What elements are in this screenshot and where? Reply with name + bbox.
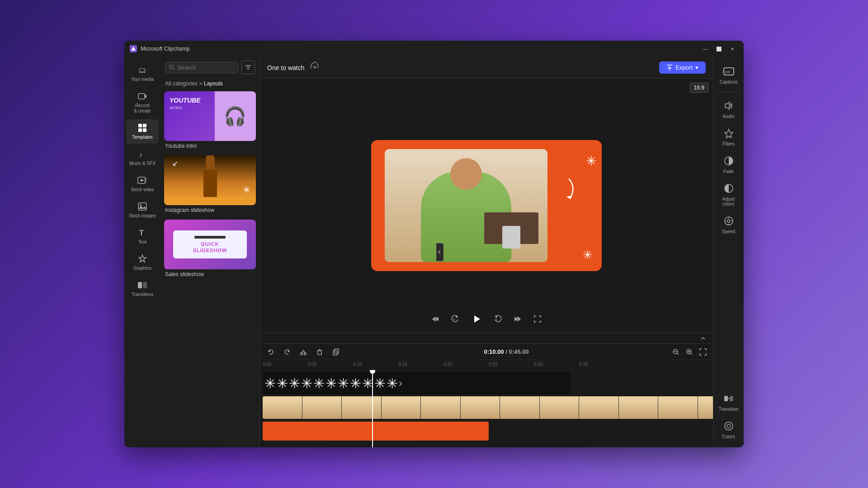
svg-rect-5 [138, 128, 142, 132]
skip-forward-button[interactable] [511, 312, 524, 326]
export-label: Export [675, 64, 693, 71]
svg-rect-4 [143, 124, 146, 127]
person-emoji: 🎧 [224, 106, 246, 127]
export-chevron: ▾ [695, 64, 698, 71]
sidebar-item-graphics[interactable]: Graphics [126, 250, 159, 275]
sidebar-item-stock-images[interactable]: Stock images [126, 198, 159, 222]
svg-line-44 [302, 350, 303, 353]
copy-button[interactable] [330, 346, 342, 358]
sidebar-label-music-sfx: Music & SFX [129, 161, 156, 166]
undo-button[interactable] [264, 346, 277, 358]
svg-marker-28 [432, 317, 435, 321]
cloud-save-icon[interactable] [310, 62, 319, 73]
sidebar-item-your-media[interactable]: 🗂 Your media [126, 61, 159, 86]
youtube-subtitle-text: INTRO [170, 106, 209, 110]
svg-rect-11 [146, 180, 146, 181]
redo-button[interactable] [281, 346, 293, 358]
sidebar-item-record-create[interactable]: Record& create [126, 88, 159, 117]
template-card-youtube[interactable]: YOUTUBE INTRO 🎧 Youtube intro [164, 91, 256, 151]
app-window: Microsoft Clipchamp — ⬜ ✕ 🗂 Your media R [124, 41, 744, 447]
template-thumbnail-youtube: YOUTUBE INTRO 🎧 [164, 91, 256, 141]
sidebar-item-transitions[interactable]: Transitions [126, 277, 159, 301]
current-time: 0:10.00 [484, 348, 504, 355]
sf10: ✳ [374, 375, 386, 391]
right-sidebar-top: CC Captions Audio [713, 61, 744, 388]
project-title: One to watch [267, 64, 305, 71]
svg-text:5: 5 [453, 318, 455, 321]
maximize-button[interactable]: ⬜ [713, 45, 725, 53]
colors-tool[interactable]: Colors [715, 416, 742, 443]
fullscreen-button[interactable] [531, 312, 544, 326]
sidebar-label-transitions: Transitions [132, 292, 154, 297]
audio-label: Audio [723, 114, 735, 119]
sidebar-item-text[interactable]: T Text [126, 224, 159, 249]
speed-icon [722, 215, 735, 227]
sf11: ✳ [387, 375, 398, 391]
close-button[interactable]: ✕ [726, 45, 738, 53]
filters-tool[interactable]: Filters [715, 123, 742, 150]
minimize-button[interactable]: — [699, 45, 711, 53]
sf1: ✳ [264, 375, 276, 391]
audio-tool[interactable]: Audio [715, 96, 742, 122]
sf3: ✳ [289, 375, 300, 391]
zoom-out-button[interactable] [670, 347, 681, 357]
template-panel: All categories > Layouts YOUTUBE INTRO [160, 57, 260, 447]
youtube-intro-bg: YOUTUBE INTRO 🎧 [164, 91, 256, 141]
sf4: ✳ [301, 375, 312, 391]
right-sidebar: CC Captions Audio [713, 57, 744, 447]
zoom-controls [670, 347, 708, 357]
timeline-playhead[interactable] [372, 370, 373, 447]
adjust-colors-tool[interactable]: Adjust colors [715, 178, 742, 210]
template-card-sales[interactable]: QUICK SLIDESHOW Sales slideshow [164, 220, 256, 279]
export-button[interactable]: Export ▾ [659, 61, 706, 74]
timeline-toolbar: 0:10.00 / 0:45.00 [260, 344, 713, 360]
svg-point-67 [727, 220, 730, 222]
timeline-collapse-button[interactable] [698, 333, 708, 344]
vf4 [382, 396, 421, 419]
vf3 [342, 396, 382, 419]
forward-5-button[interactable]: 5 [491, 312, 505, 326]
speed-label: Speed [722, 229, 735, 234]
sidebar-item-stock-video[interactable]: Stock video [126, 172, 159, 196]
template-card-instagram[interactable]: ↙ ✳ Instagram slideshow [164, 155, 256, 215]
vf11 [658, 396, 698, 419]
zoom-in-button[interactable] [684, 347, 695, 357]
breadcrumb-current: Layouts [204, 80, 223, 87]
fade-tool[interactable]: Fade [715, 151, 742, 178]
app-title: Microsoft Clipchamp [141, 46, 699, 52]
svg-rect-17 [138, 282, 142, 288]
play-button[interactable] [468, 311, 485, 327]
ruler-30: 0:30 [534, 362, 542, 367]
breadcrumb-category[interactable]: All categories [165, 80, 198, 87]
template-name-sales: Sales slideshow [164, 269, 256, 279]
skip-back-button[interactable] [429, 312, 442, 326]
sidebar-label-templates: Templates [132, 135, 153, 140]
sf7: ✳ [338, 375, 349, 391]
app-icon [130, 45, 137, 52]
svg-rect-72 [724, 396, 728, 401]
ratio-value: 16:9 [690, 83, 708, 93]
rewind-5-button[interactable]: 5 [448, 312, 462, 326]
svg-text:♪: ♪ [139, 150, 142, 158]
captions-tool[interactable]: CC Captions [715, 61, 742, 88]
sidebar-item-templates[interactable]: Templates [126, 119, 159, 144]
svg-marker-0 [131, 47, 136, 51]
filter-button[interactable] [241, 61, 255, 74]
right-sidebar-bottom: Transition Colors [713, 389, 744, 443]
panel-collapse-button[interactable] [436, 243, 443, 261]
transitions-icon [137, 280, 147, 290]
template-thumbnail-instagram: ↙ ✳ [164, 155, 256, 205]
window-controls: — ⬜ ✕ [699, 45, 738, 53]
transition-tool[interactable]: Transition [715, 389, 742, 415]
search-input[interactable] [177, 64, 235, 71]
speed-tool[interactable]: Speed [715, 211, 742, 238]
templates-icon [137, 123, 147, 133]
svg-rect-18 [143, 282, 147, 288]
cut-button[interactable] [297, 346, 310, 358]
delete-button[interactable] [313, 346, 326, 358]
fit-timeline-button[interactable] [698, 347, 708, 357]
sidebar-item-music-sfx[interactable]: ♪ Music & SFX [126, 145, 159, 170]
sales-bg: QUICK SLIDESHOW [164, 220, 256, 269]
panel-header [160, 57, 259, 78]
sf6: ✳ [326, 375, 337, 391]
